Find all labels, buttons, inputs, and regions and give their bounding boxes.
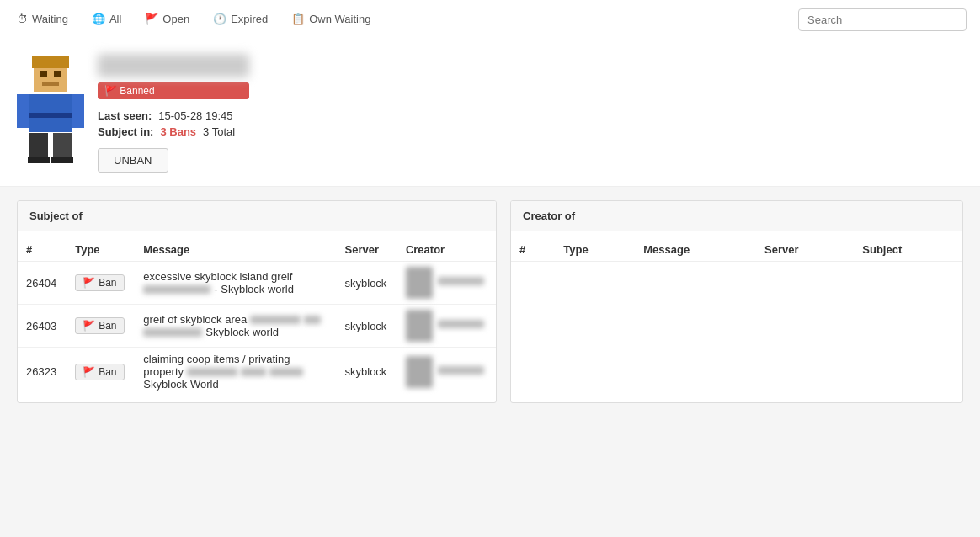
creator-table: # Type Message Server Subject <box>511 238 962 262</box>
msg-suffix: Skyblock world <box>205 326 279 338</box>
msg-text-part: property <box>143 365 184 378</box>
row-creator <box>397 305 496 348</box>
nav-expired-label: Expired <box>231 13 268 25</box>
nav-open-label: Open <box>162 13 189 25</box>
blurred-part3 <box>269 368 303 376</box>
message-line1: excessive skyblock island greif <box>143 270 328 283</box>
message-line2: Skyblock world <box>143 326 328 338</box>
svg-rect-13 <box>28 157 50 163</box>
last-seen-value: 15-05-28 19:45 <box>158 109 232 122</box>
nav-open[interactable]: 🚩 Open <box>141 0 193 40</box>
row-id: 26323 <box>18 348 67 396</box>
profile-section: 🚩 Banned Last seen: 15-05-28 19:45 Subje… <box>0 40 980 187</box>
col-cr-type: Type <box>555 238 635 262</box>
row-message: greif of skyblock area Skyblock world <box>135 305 336 348</box>
open-icon: 🚩 <box>145 13 158 25</box>
last-seen-row: Last seen: 15-05-28 19:45 <box>98 109 249 122</box>
avatar <box>17 54 84 163</box>
blurred-part <box>187 368 237 376</box>
nav-waiting[interactable]: ⏱ Waiting <box>13 0 72 40</box>
creator-name-group <box>438 320 484 332</box>
col-cr-id: # <box>511 238 555 262</box>
col-creator: Creator <box>397 238 496 262</box>
creator-name-group <box>438 277 484 289</box>
total-count: 3 Total <box>203 125 235 138</box>
nav-all[interactable]: 🌐 All <box>88 0 125 40</box>
profile-info: 🚩 Banned Last seen: 15-05-28 19:45 Subje… <box>98 54 249 173</box>
col-message: Message <box>135 238 336 262</box>
search-input[interactable] <box>798 8 967 31</box>
row-creator <box>397 262 496 305</box>
msg-suffix: - Skyblock world <box>214 283 294 295</box>
ban-flag-icon: 🚩 <box>83 320 95 332</box>
message-line2: property <box>143 365 328 378</box>
ban-badge: 🚩 Ban <box>75 274 124 291</box>
nav-expired[interactable]: 🕐 Expired <box>210 0 271 40</box>
col-cr-server: Server <box>756 238 854 262</box>
creator-avatar <box>406 267 433 299</box>
row-id: 26404 <box>18 262 67 305</box>
nav-waiting-label: Waiting <box>32 13 68 25</box>
banned-label: Banned <box>120 85 154 97</box>
subject-in-row: Subject in: 3 Bans 3 Total <box>98 125 249 138</box>
creator-name-blurred <box>438 320 484 328</box>
col-cr-subject: Subject <box>854 238 962 262</box>
main-content: Subject of # Type Message Server Creator… <box>0 187 980 417</box>
subject-table-header: # Type Message Server Creator <box>18 238 496 262</box>
banned-flag-icon: 🚩 <box>104 85 117 97</box>
col-server: Server <box>337 238 397 262</box>
svg-rect-5 <box>42 82 59 86</box>
blurred-part2 <box>241 368 266 376</box>
creator-avatar <box>406 356 433 388</box>
message-prefix: greif of skyblock area <box>143 313 247 326</box>
creator-cell <box>406 310 487 342</box>
row-message: excessive skyblock island greif - Skyblo… <box>135 262 336 305</box>
subject-in-label: Subject in: <box>98 125 153 138</box>
creator-name-blurred <box>438 366 484 375</box>
nav-ownwaiting[interactable]: 📋 Own Waiting <box>288 0 374 40</box>
row-id: 26403 <box>18 305 67 348</box>
avatar-wrapper <box>17 54 84 163</box>
ban-flag-icon: 🚩 <box>83 277 95 289</box>
creator-name-group <box>438 366 484 378</box>
row-type: 🚩 Ban <box>67 305 135 348</box>
blurred-part2 <box>304 316 321 324</box>
creator-cell <box>406 356 487 388</box>
creator-avatar <box>406 310 433 342</box>
ownwaiting-icon: 📋 <box>291 13 305 25</box>
waiting-icon: ⏱ <box>17 13 28 25</box>
col-id: # <box>18 238 67 262</box>
subject-table-wrapper: # Type Message Server Creator 26404🚩 Ban… <box>18 231 496 402</box>
row-message: claiming coop items / privating property… <box>135 348 336 396</box>
row-server: skyblock <box>337 348 397 396</box>
expired-icon: 🕐 <box>213 13 226 25</box>
message-line2: - Skyblock world <box>143 283 328 295</box>
svg-rect-8 <box>29 113 72 118</box>
svg-rect-14 <box>51 157 73 163</box>
message-line1: claiming coop items / privating <box>143 353 328 365</box>
blurred-part <box>250 316 301 324</box>
creator-name-blurred <box>438 277 484 285</box>
banned-badge: 🚩 Banned <box>98 82 249 99</box>
row-type: 🚩 Ban <box>67 262 135 305</box>
svg-rect-9 <box>17 94 29 128</box>
table-row[interactable]: 26404🚩 Banexcessive skyblock island grei… <box>18 262 496 305</box>
table-row[interactable]: 26403🚩 Ban greif of skyblock area Skyblo… <box>18 305 496 348</box>
all-icon: 🌐 <box>92 13 105 25</box>
ban-badge: 🚩 Ban <box>75 317 124 334</box>
top-nav: ⏱ Waiting 🌐 All 🚩 Open 🕐 Expired 📋 Own W… <box>0 0 980 40</box>
last-seen-label: Last seen: <box>98 109 152 122</box>
subject-panel: Subject of # Type Message Server Creator… <box>17 200 497 403</box>
table-row[interactable]: 26323🚩 Banclaiming coop items / privatin… <box>18 348 496 396</box>
col-type: Type <box>67 238 135 262</box>
message-line1: greif of skyblock area <box>143 313 328 326</box>
blurred-part3 <box>143 328 202 337</box>
blurred-part <box>143 285 210 294</box>
row-server: skyblock <box>337 305 397 348</box>
creator-cell <box>406 267 487 299</box>
username-block: 🚩 Banned <box>98 54 249 106</box>
unban-button[interactable]: UNBAN <box>98 148 168 173</box>
nav-ownwaiting-label: Own Waiting <box>309 13 370 25</box>
creator-table-wrapper: # Type Message Server Subject <box>511 231 962 268</box>
bans-count: 3 Bans <box>160 125 196 138</box>
